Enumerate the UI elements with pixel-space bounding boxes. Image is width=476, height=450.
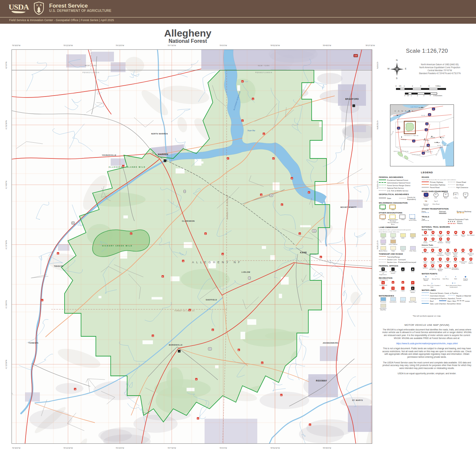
mvum-title: MOTOR VEHICLE USE MAP (MVUM) [381,323,473,326]
map-label: 41°37'30"N [377,240,378,249]
trail-marker-icon: Santa Fe [422,264,429,272]
road-shield-icon: 46State [441,193,450,199]
legend-item: DOD [379,214,387,225]
map-label: 42°0'0"N [5,62,7,69]
mvum-block: MOTOR VEHICLE USE MAP (MVUM) The MVUM is… [381,323,473,375]
trail-marker-icon: Pacific Crest [429,238,436,244]
road-shield-icon: Twp 9Other Road [432,200,440,207]
trail-marker-icon: Selma to Montgomery [429,264,436,272]
water-point-icon: ⊥Dam / Weir/ Lock Chamber / Gate [422,282,442,288]
legend-item: National Designated Trails Scenic Histor… [448,218,474,224]
trail-marker-icon: California [429,249,436,258]
mvum-paragraph-4: USDA is an equal opportunity provider, e… [381,372,473,375]
federal-office-icon: ▲NPS [399,267,407,276]
legend-item: Paved Road [422,186,448,188]
legend-item: Forest Service Ranger District [379,184,419,186]
mvum-link[interactable]: https://www.fs.usda.gov/recreation/progr… [381,342,473,345]
legend-item: Dam / Weir [439,300,457,302]
land-ownership-swatch: NPS [408,233,417,239]
map-label: 41°22'30"N [5,360,7,369]
usda-wordmark: USDA [9,3,29,11]
trail-marker-icon: Iditarod [459,249,467,258]
compass-rose-icon: N E S W [387,60,406,79]
land-ownership-swatch: State [399,246,407,252]
map-label: 78°37'30"W [365,44,375,46]
trail-marker-icon: Pacific Northwest [437,238,444,244]
road-shield-icon: 67BIA [461,193,470,199]
scale-tick: 4 [430,95,431,97]
agency-name: Forest Service [49,3,111,8]
water-point-icon: •Well [451,275,460,281]
svg-text:S: S [40,4,42,7]
trail-marker-icon: Juan Bautista de Anza [467,249,474,258]
land-ownership-swatch: Other State [408,246,417,252]
map-label: 41°45'0"N [5,181,7,189]
legend: LEGEND FEDERAL BOUNDARIES Proclaimed Nat… [379,171,475,312]
header-divider [0,17,476,17]
trail-marker-icon: Cpt John Smith Chesapeake [437,249,444,258]
map-label: 41°52'30"N [377,120,378,129]
map-label: 41°30'0"N [5,300,7,308]
legend-item: Section Line - Protracted/Unsurveyed [379,261,419,263]
legend-item: Gravel Road [448,181,474,183]
legend-trail-markers: NATIONAL TRAIL MARKERS Scenic Trails App… [422,226,474,271]
trail-marker-icon: Nez Perce [437,258,444,264]
water-point-icon: ≋Waterfall/ Rapids [422,275,430,281]
trail-marker-icon: New England [467,231,474,237]
waterbody-swatch: Wetlands [399,297,407,303]
legend-title: LEGEND [379,171,475,174]
trail-marker-icon: Trail of Tears [444,264,451,272]
map-label: 78°52'30"W [270,44,280,46]
legend-water-lines: WATER LINES Perennial Stream, Canal, or … [422,289,474,305]
scale-tick: 3 [423,95,424,97]
map-label: 79°30'0"W [12,447,20,449]
interstate-shield-icon: 90 [432,108,435,111]
legend-item: High Clearance [448,186,474,188]
trail-marker-icon: Florida [444,231,452,237]
map-label: 79°7'30"W [167,447,176,449]
legend-item: Levee [457,300,474,302]
interstate-shield-icon: 76 [412,139,415,142]
legend-item: Dirt Road [448,184,474,186]
federal-office-icon: ⌂FS Ranger District [389,267,397,276]
trail-marker-icon: Arizona [429,231,436,237]
recreation-icon: EEntrance Station [408,287,417,293]
scale-bars: 00.512345 Miles 00.512345 Kilometers [396,85,462,99]
legend-item: Gate, Lock Chamber, Nonearthen Shore [422,303,474,305]
interstate-shield-icon: 70 [422,152,425,155]
trail-marker-icon: El Camino Real de los Tejas [444,249,451,258]
interstate-shield-icon: 81 [425,122,429,125]
header-bar: USDA U S Forest Service U.S. DEPARTMENT … [0,0,476,24]
legend-item: National Park Service [379,187,419,189]
federal-office-icon: ⚑FS Regional or Supervisor's [379,267,387,276]
legend-item: Secondary Highway [422,184,448,186]
recreation-icon: THTrail- head [389,287,397,293]
trail-marker-icon: Continental Divide [437,231,444,237]
map-label: 79°22'30"W [63,447,73,449]
legend-item: Primary Highway [422,181,448,183]
legend-item: Perennial Stream, Canal, or Pipeline [422,292,474,294]
water-point-icon: ✶ +Rock (abovewater)/ Rock (underwater) [443,282,464,288]
trail-marker-icon: Ice Age [452,231,459,237]
legend-item: Byway or Backway [457,211,474,214]
legend-item: Rapids or Waterfall [448,295,474,297]
trail-marker-icon: Lewis & Clark [422,258,429,264]
legend-trails: TRAILS Trail National Designated Trails … [422,216,474,225]
scale-tick: 2 [417,95,418,97]
road-shield-icon: 461County [451,193,460,199]
road-shield-icon: 1Interstate [422,193,430,199]
legend-item: U.S. Fish & Wildlife Service [379,190,419,192]
scale-tick: 0.5 [399,85,401,87]
map-label: 41°52'30"N [5,120,7,129]
map-label: 79°7'30"W [167,44,176,46]
map-label: 41°37'30"N [5,240,7,249]
side-panel: Scale 1:126,720 N E S W North American D… [379,48,475,378]
symbols-note: *Not all symbols appear on map. [379,315,475,317]
mvum-paragraph-1: The MVUM is a legal enforceable document… [381,328,473,340]
scale-tick: 5 Kilometers [434,95,442,97]
legend-item: State [379,196,399,200]
legend-item: Railroad [439,211,457,214]
trail-marker-icon: Ala Kahakai [422,249,429,258]
map-label: 78°45'0"W [323,44,331,46]
map-label: 79°0'0"W [219,44,227,46]
